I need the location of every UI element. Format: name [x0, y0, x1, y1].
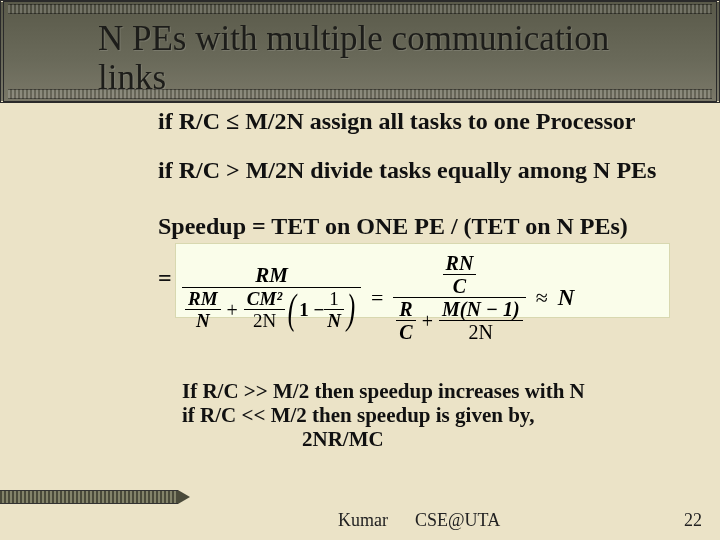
rhs1-den-t2-den: 2N	[439, 321, 523, 342]
rhs1-num-den: C	[443, 275, 477, 296]
lhs-den-t2-den: 2N	[244, 310, 285, 330]
lhs-den-inner-den: N	[324, 310, 344, 330]
formula-rhs-n: N	[558, 285, 575, 310]
rhs1-den-t1-den: C	[396, 321, 415, 342]
rhs1-den-t2-num: M(N − 1)	[439, 299, 523, 321]
footer-author: Kumar	[338, 510, 388, 531]
lhs-den-t2-num: CM²	[244, 289, 285, 310]
conclusion-1: If R/C >> M/2 then speedup increases wit…	[182, 379, 585, 404]
speedup-definition: Speedup = TET on ONE PE / (TET on N PEs)	[158, 213, 628, 240]
lhs-den-t1-num: RM	[185, 289, 221, 310]
footer-ornament	[0, 490, 178, 504]
lhs-den-inner-num: 1	[324, 289, 344, 310]
condition-1: if R/C ≤ M/2N assign all tasks to one Pr…	[158, 108, 635, 135]
slide-body: if R/C ≤ M/2N assign all tasks to one Pr…	[0, 103, 720, 540]
conclusion-3: 2NR/MC	[302, 427, 384, 452]
lhs-numerator: RM	[255, 263, 288, 287]
lhs-den-t1-den: N	[185, 310, 221, 330]
page-number: 22	[684, 510, 702, 531]
rhs1-den-t1-num: R	[396, 299, 415, 321]
formula-approx: ≈	[530, 285, 554, 311]
slide-title: N PEs with multiple communication links	[98, 20, 680, 97]
banner-ornament-top	[8, 4, 712, 14]
footer-ornament-tip	[178, 490, 190, 504]
formula-equals: =	[365, 285, 389, 311]
lhs-den-inner-lead: 1 −	[299, 299, 324, 320]
rhs1-num-num: RN	[443, 253, 477, 275]
formula-lhs: RM RM N + CM² 2N ( 1 − 1 N ) =	[182, 253, 574, 342]
rhs1-den-plus: +	[416, 311, 439, 331]
equals-lead: =	[158, 265, 172, 292]
conclusion-2: if R/C << M/2 then speedup is given by,	[182, 403, 534, 428]
condition-2: if R/C > M/2N divide tasks equally among…	[158, 157, 656, 184]
footer-course: CSE@UTA	[415, 510, 500, 531]
